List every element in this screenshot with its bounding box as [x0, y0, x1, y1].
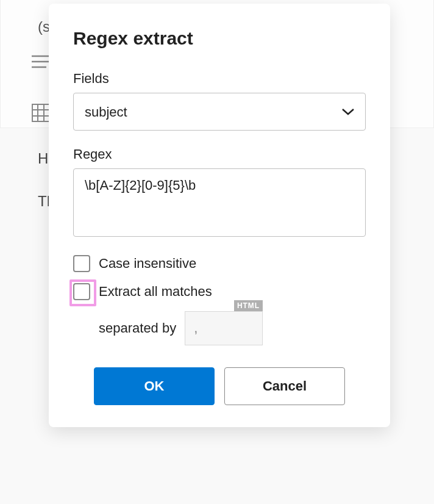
separated-by-label: separated by: [99, 320, 176, 336]
regex-input[interactable]: [73, 168, 366, 237]
case-insensitive-checkbox[interactable]: [73, 255, 90, 272]
list-icon: [32, 55, 50, 68]
extract-all-matches-checkbox[interactable]: [73, 283, 90, 300]
regex-label: Regex: [73, 146, 366, 162]
ok-button[interactable]: OK: [94, 367, 215, 405]
separator-input[interactable]: [185, 311, 263, 345]
fields-label: Fields: [73, 71, 366, 87]
regex-extract-dialog: Regex extract Fields subject Regex Case …: [49, 4, 390, 427]
html-badge: HTML: [234, 300, 263, 311]
svg-rect-3: [32, 104, 49, 121]
grid-icon: [32, 104, 50, 122]
case-insensitive-label: Case insensitive: [99, 256, 196, 272]
fields-select[interactable]: subject: [73, 93, 366, 131]
background-text-fragment: (s: [38, 18, 50, 35]
cancel-button[interactable]: Cancel: [224, 367, 345, 405]
dialog-title: Regex extract: [73, 28, 366, 49]
extract-all-matches-label: Extract all matches: [99, 284, 212, 300]
